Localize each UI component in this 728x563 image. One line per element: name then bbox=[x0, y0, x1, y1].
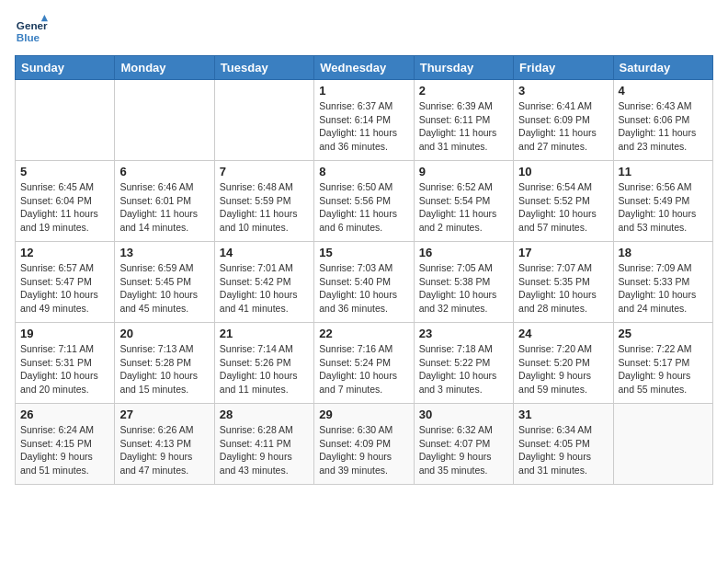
day-number: 13 bbox=[119, 246, 209, 259]
day-info: Sunrise: 6:57 AM Sunset: 5:47 PM Dayligh… bbox=[20, 261, 109, 316]
day-info: Sunrise: 7:22 AM Sunset: 5:17 PM Dayligh… bbox=[619, 342, 708, 396]
day-cell-13: 13Sunrise: 6:59 AM Sunset: 5:45 PM Dayli… bbox=[115, 242, 214, 323]
weekday-header-monday: Monday bbox=[115, 56, 214, 80]
week-row-5: 26Sunrise: 6:24 AM Sunset: 4:15 PM Dayli… bbox=[16, 404, 713, 485]
weekday-header-tuesday: Tuesday bbox=[214, 56, 313, 80]
day-number: 5 bbox=[20, 165, 109, 178]
day-info: Sunrise: 7:01 AM Sunset: 5:42 PM Dayligh… bbox=[220, 261, 309, 316]
day-number: 24 bbox=[518, 327, 608, 340]
empty-cell bbox=[214, 80, 313, 161]
day-cell-26: 26Sunrise: 6:24 AM Sunset: 4:15 PM Dayli… bbox=[16, 404, 115, 485]
weekday-header-saturday: Saturday bbox=[613, 56, 712, 80]
day-cell-21: 21Sunrise: 7:14 AM Sunset: 5:26 PM Dayli… bbox=[214, 323, 313, 404]
day-info: Sunrise: 6:46 AM Sunset: 6:01 PM Dayligh… bbox=[119, 180, 209, 235]
day-info: Sunrise: 7:03 AM Sunset: 5:40 PM Dayligh… bbox=[319, 261, 408, 316]
weekday-header-friday: Friday bbox=[514, 56, 613, 80]
day-cell-6: 6Sunrise: 6:46 AM Sunset: 6:01 PM Daylig… bbox=[115, 161, 214, 242]
day-info: Sunrise: 6:41 AM Sunset: 6:09 PM Dayligh… bbox=[518, 99, 608, 154]
day-cell-15: 15Sunrise: 7:03 AM Sunset: 5:40 PM Dayli… bbox=[314, 242, 414, 323]
day-info: Sunrise: 6:43 AM Sunset: 6:06 PM Dayligh… bbox=[619, 99, 708, 154]
day-info: Sunrise: 6:56 AM Sunset: 5:49 PM Dayligh… bbox=[619, 180, 708, 235]
day-number: 21 bbox=[220, 327, 309, 340]
day-cell-7: 7Sunrise: 6:48 AM Sunset: 5:59 PM Daylig… bbox=[214, 161, 313, 242]
day-number: 19 bbox=[20, 327, 109, 340]
day-cell-11: 11Sunrise: 6:56 AM Sunset: 5:49 PM Dayli… bbox=[613, 161, 712, 242]
day-info: Sunrise: 7:09 AM Sunset: 5:33 PM Dayligh… bbox=[619, 261, 708, 316]
day-cell-30: 30Sunrise: 6:32 AM Sunset: 4:07 PM Dayli… bbox=[414, 404, 513, 485]
day-cell-2: 2Sunrise: 6:39 AM Sunset: 6:11 PM Daylig… bbox=[414, 80, 513, 161]
day-number: 12 bbox=[20, 246, 109, 259]
day-number: 1 bbox=[319, 84, 408, 98]
day-number: 9 bbox=[419, 165, 508, 178]
day-number: 17 bbox=[518, 246, 608, 259]
day-info: Sunrise: 7:16 AM Sunset: 5:24 PM Dayligh… bbox=[319, 342, 408, 396]
day-info: Sunrise: 7:20 AM Sunset: 5:20 PM Dayligh… bbox=[518, 342, 608, 396]
day-info: Sunrise: 6:32 AM Sunset: 4:07 PM Dayligh… bbox=[419, 423, 508, 477]
day-info: Sunrise: 6:50 AM Sunset: 5:56 PM Dayligh… bbox=[319, 180, 408, 235]
day-cell-4: 4Sunrise: 6:43 AM Sunset: 6:06 PM Daylig… bbox=[613, 80, 712, 161]
day-number: 28 bbox=[220, 408, 309, 421]
day-number: 16 bbox=[419, 246, 508, 259]
day-number: 11 bbox=[619, 165, 708, 178]
day-number: 10 bbox=[518, 165, 608, 178]
day-info: Sunrise: 7:05 AM Sunset: 5:38 PM Dayligh… bbox=[419, 261, 508, 316]
day-cell-10: 10Sunrise: 6:54 AM Sunset: 5:52 PM Dayli… bbox=[514, 161, 613, 242]
day-cell-16: 16Sunrise: 7:05 AM Sunset: 5:38 PM Dayli… bbox=[414, 242, 513, 323]
day-number: 8 bbox=[319, 165, 408, 178]
day-cell-23: 23Sunrise: 7:18 AM Sunset: 5:22 PM Dayli… bbox=[414, 323, 513, 404]
day-cell-28: 28Sunrise: 6:28 AM Sunset: 4:11 PM Dayli… bbox=[214, 404, 313, 485]
day-cell-27: 27Sunrise: 6:26 AM Sunset: 4:13 PM Dayli… bbox=[115, 404, 214, 485]
day-info: Sunrise: 6:30 AM Sunset: 4:09 PM Dayligh… bbox=[319, 423, 408, 477]
day-cell-18: 18Sunrise: 7:09 AM Sunset: 5:33 PM Dayli… bbox=[613, 242, 712, 323]
day-number: 29 bbox=[319, 408, 408, 421]
day-number: 22 bbox=[319, 327, 408, 340]
day-cell-12: 12Sunrise: 6:57 AM Sunset: 5:47 PM Dayli… bbox=[16, 242, 115, 323]
day-cell-8: 8Sunrise: 6:50 AM Sunset: 5:56 PM Daylig… bbox=[314, 161, 414, 242]
day-number: 7 bbox=[220, 165, 309, 178]
day-info: Sunrise: 6:26 AM Sunset: 4:13 PM Dayligh… bbox=[119, 423, 209, 477]
day-cell-17: 17Sunrise: 7:07 AM Sunset: 5:35 PM Dayli… bbox=[514, 242, 613, 323]
day-number: 6 bbox=[119, 165, 209, 178]
day-cell-25: 25Sunrise: 7:22 AM Sunset: 5:17 PM Dayli… bbox=[613, 323, 712, 404]
svg-marker-2 bbox=[41, 15, 48, 21]
day-cell-22: 22Sunrise: 7:16 AM Sunset: 5:24 PM Dayli… bbox=[314, 323, 414, 404]
day-info: Sunrise: 7:11 AM Sunset: 5:31 PM Dayligh… bbox=[20, 342, 109, 396]
day-cell-3: 3Sunrise: 6:41 AM Sunset: 6:09 PM Daylig… bbox=[514, 80, 613, 161]
day-cell-19: 19Sunrise: 7:11 AM Sunset: 5:31 PM Dayli… bbox=[16, 323, 115, 404]
day-number: 3 bbox=[518, 84, 608, 98]
day-info: Sunrise: 6:39 AM Sunset: 6:11 PM Dayligh… bbox=[419, 99, 508, 154]
empty-cell bbox=[115, 80, 214, 161]
empty-cell bbox=[613, 404, 712, 485]
day-cell-29: 29Sunrise: 6:30 AM Sunset: 4:09 PM Dayli… bbox=[314, 404, 414, 485]
day-cell-20: 20Sunrise: 7:13 AM Sunset: 5:28 PM Dayli… bbox=[115, 323, 214, 404]
day-number: 26 bbox=[20, 408, 109, 421]
day-info: Sunrise: 6:48 AM Sunset: 5:59 PM Dayligh… bbox=[220, 180, 309, 235]
day-cell-9: 9Sunrise: 6:52 AM Sunset: 5:54 PM Daylig… bbox=[414, 161, 513, 242]
svg-text:Blue: Blue bbox=[17, 31, 40, 43]
week-row-3: 12Sunrise: 6:57 AM Sunset: 5:47 PM Dayli… bbox=[16, 242, 713, 323]
day-info: Sunrise: 7:18 AM Sunset: 5:22 PM Dayligh… bbox=[419, 342, 508, 396]
page-header: General Blue bbox=[15, 15, 713, 48]
calendar-table: SundayMondayTuesdayWednesdayThursdayFrid… bbox=[15, 55, 713, 485]
day-info: Sunrise: 6:24 AM Sunset: 4:15 PM Dayligh… bbox=[20, 423, 109, 477]
day-cell-24: 24Sunrise: 7:20 AM Sunset: 5:20 PM Dayli… bbox=[514, 323, 613, 404]
week-row-4: 19Sunrise: 7:11 AM Sunset: 5:31 PM Dayli… bbox=[16, 323, 713, 404]
day-info: Sunrise: 6:52 AM Sunset: 5:54 PM Dayligh… bbox=[419, 180, 508, 235]
week-row-2: 5Sunrise: 6:45 AM Sunset: 6:04 PM Daylig… bbox=[16, 161, 713, 242]
day-number: 14 bbox=[220, 246, 309, 259]
day-number: 30 bbox=[419, 408, 508, 421]
day-number: 2 bbox=[419, 84, 508, 98]
day-info: Sunrise: 6:28 AM Sunset: 4:11 PM Dayligh… bbox=[220, 423, 309, 477]
weekday-header-wednesday: Wednesday bbox=[314, 56, 414, 80]
day-info: Sunrise: 6:54 AM Sunset: 5:52 PM Dayligh… bbox=[518, 180, 608, 235]
day-cell-5: 5Sunrise: 6:45 AM Sunset: 6:04 PM Daylig… bbox=[16, 161, 115, 242]
day-number: 23 bbox=[419, 327, 508, 340]
day-info: Sunrise: 6:45 AM Sunset: 6:04 PM Dayligh… bbox=[20, 180, 109, 235]
logo: General Blue bbox=[15, 15, 51, 48]
day-cell-31: 31Sunrise: 6:34 AM Sunset: 4:05 PM Dayli… bbox=[514, 404, 613, 485]
day-number: 27 bbox=[119, 408, 209, 421]
day-info: Sunrise: 6:37 AM Sunset: 6:14 PM Dayligh… bbox=[319, 99, 408, 154]
day-info: Sunrise: 6:34 AM Sunset: 4:05 PM Dayligh… bbox=[518, 423, 608, 477]
day-info: Sunrise: 6:59 AM Sunset: 5:45 PM Dayligh… bbox=[119, 261, 209, 316]
day-number: 4 bbox=[619, 84, 708, 98]
